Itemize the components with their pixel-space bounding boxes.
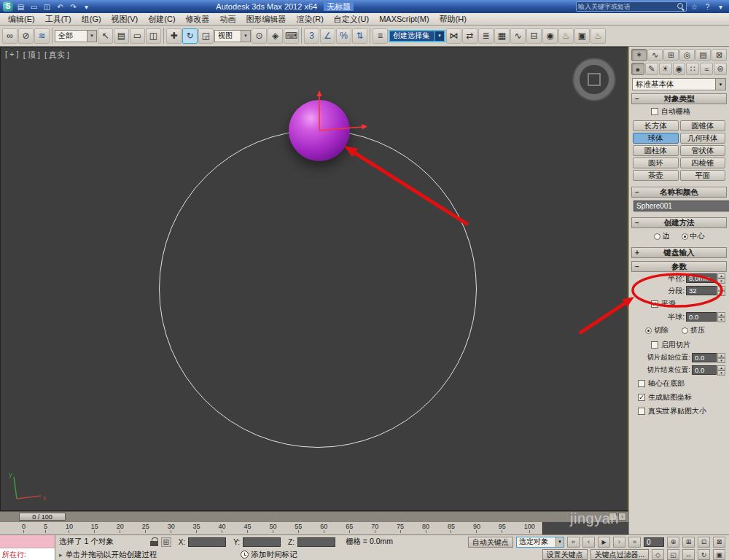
radius-field[interactable]: 8.0mm (686, 273, 717, 283)
chevron-down-icon[interactable]: ▼ (555, 537, 564, 547)
zoom-region-icon[interactable]: ◱ (667, 549, 679, 560)
menu-item[interactable]: 帮助(H) (434, 13, 472, 26)
slice-to-spinner[interactable]: ▴▾ (717, 365, 725, 375)
squash-radio[interactable] (682, 327, 688, 334)
tube-button[interactable]: 管状体 (680, 145, 726, 156)
category-spacewarps-icon[interactable]: ≈ (700, 63, 713, 75)
go-to-start-icon[interactable]: « (567, 537, 580, 548)
auto-key-button[interactable]: 自动关键点 (468, 537, 513, 548)
menu-item[interactable]: 编辑(E) (3, 13, 40, 26)
selected-filter-dropdown[interactable]: 选定对象 ▼ (516, 537, 564, 548)
time-tag-clock-icon[interactable] (241, 551, 249, 559)
segments-spinner[interactable]: ▴▾ (717, 286, 725, 295)
rollout-object-type[interactable]: − 对象类型 (631, 93, 727, 104)
pyramid-button[interactable]: 四棱锥 (680, 158, 726, 168)
zoom-all-icon[interactable]: ⊞ (682, 537, 695, 548)
base-pivot-checkbox[interactable] (638, 380, 645, 387)
rollout-parameters[interactable]: − 参数 (631, 261, 727, 272)
track-bar[interactable]: 0510152025303540455055606570758085909510… (0, 521, 628, 534)
key-mode-toggle-icon[interactable]: ◇ (652, 549, 664, 560)
category-systems-icon[interactable]: ⊚ (714, 63, 727, 75)
selection-lock-icon[interactable] (150, 537, 158, 546)
listener-line[interactable]: 所在行: (0, 548, 55, 560)
material-editor-icon[interactable]: ◉ (542, 28, 558, 44)
maximize-viewport-icon[interactable]: ▣ (713, 549, 725, 560)
tab-create[interactable]: ✶ (631, 49, 647, 61)
box-button[interactable]: 长方体 (633, 120, 679, 131)
viewport-shading-menu[interactable]: [ 真实 ] (44, 50, 69, 61)
radius-spinner[interactable]: ▴▾ (717, 273, 725, 283)
search-input[interactable] (578, 3, 677, 10)
edit-named-selection-sets-icon[interactable]: ≡ (373, 28, 388, 44)
current-frame-field[interactable]: 0 (644, 537, 664, 547)
next-frame-icon[interactable]: › (613, 537, 625, 548)
edge-option[interactable]: 边 (654, 231, 670, 241)
rendered-frame-window-icon[interactable]: ▣ (574, 28, 590, 44)
time-slider-handle[interactable]: 0 / 100 (19, 513, 66, 521)
plane-button[interactable]: 平面 (680, 170, 726, 181)
search-icon[interactable] (677, 3, 685, 10)
zoom-icon[interactable]: ⊕ (667, 537, 679, 548)
edge-radio[interactable] (654, 233, 660, 240)
set-key-button[interactable]: 设置关键点 (542, 549, 588, 560)
select-and-rotate-icon[interactable]: ↻ (182, 28, 198, 44)
schematic-view-icon[interactable]: ⊟ (526, 28, 542, 44)
favorites-star-icon[interactable]: ☆ (689, 1, 700, 12)
orbit-view-icon[interactable]: ↻ (698, 549, 710, 560)
tab-hierarchy[interactable]: ⊞ (663, 49, 679, 61)
hemisphere-spinner[interactable]: ▴▾ (717, 312, 725, 322)
viewcube[interactable] (574, 59, 615, 100)
app-logo-icon[interactable]: S (3, 1, 13, 12)
viewport-top[interactable]: [ + ] [ 顶 ] [ 真实 ] x (0, 47, 628, 511)
category-helpers-icon[interactable]: ∷ (686, 63, 699, 75)
rectangular-selection-region-icon[interactable]: ▭ (130, 28, 145, 44)
play-animation-icon[interactable]: ▶ (598, 537, 610, 548)
select-and-manipulate-icon[interactable]: ◈ (268, 28, 283, 44)
rollout-creation-method[interactable]: − 创建方法 (631, 217, 727, 228)
go-to-end-icon[interactable]: » (628, 537, 641, 548)
chop-option[interactable]: 切除 (645, 325, 668, 335)
select-and-link-icon[interactable]: ∞ (2, 28, 17, 44)
time-next-icon[interactable]: › (618, 513, 626, 521)
pan-view-icon[interactable]: ↔ (682, 549, 695, 560)
layer-manager-icon[interactable]: ≣ (478, 28, 494, 44)
absolute-mode-icon[interactable]: ⊞ (161, 537, 171, 547)
viewport-pov-menu[interactable]: [ 顶 ] (23, 50, 40, 61)
new-file-icon[interactable]: ▤ (15, 1, 26, 12)
chevron-down-icon[interactable]: ▼ (241, 31, 250, 42)
chevron-down-icon[interactable]: ▼ (87, 31, 96, 42)
open-file-icon[interactable]: ▭ (28, 1, 39, 12)
y-coordinate-field[interactable] (243, 537, 281, 547)
menu-item[interactable]: 自定义(U) (329, 13, 374, 26)
bind-to-space-warp-icon[interactable]: ≋ (34, 28, 50, 44)
category-shapes-icon[interactable]: ✎ (645, 63, 658, 75)
redo-icon[interactable]: ↷ (68, 1, 79, 12)
teapot-button[interactable]: 茶壶 (633, 170, 679, 181)
align-icon[interactable]: ⇄ (462, 28, 477, 44)
tab-display[interactable]: ▤ (695, 49, 711, 61)
menu-item[interactable]: 创建(C) (143, 13, 180, 26)
spinner-snap-icon[interactable]: ⇅ (352, 28, 367, 44)
undo-icon[interactable]: ↶ (55, 1, 66, 12)
menu-item[interactable]: 工具(T) (40, 13, 77, 26)
maxscript-mini-listener[interactable]: 所在行: (0, 535, 55, 560)
keyboard-shortcut-override-icon[interactable]: ⌨ (284, 28, 299, 44)
percent-snap-icon[interactable]: % (336, 28, 351, 44)
mirror-icon[interactable]: ⋈ (446, 28, 461, 44)
squash-option[interactable]: 挤压 (682, 325, 705, 335)
previous-frame-icon[interactable]: ‹ (582, 537, 595, 548)
primitive-category-dropdown[interactable]: 标准基本体 ▼ (632, 78, 726, 90)
autogrid-checkbox[interactable] (651, 108, 658, 115)
help-icon[interactable]: ? (702, 1, 713, 12)
chevron-down-icon[interactable]: ▼ (715, 79, 725, 90)
category-lights-icon[interactable]: ☀ (659, 63, 672, 75)
reference-coordinate-system-dropdown[interactable]: 视图 ▼ (214, 30, 251, 42)
cone-button[interactable]: 圆锥体 (680, 120, 726, 131)
add-time-tag[interactable]: 添加时间标记 (252, 550, 297, 560)
smooth-checkbox[interactable]: ✓ (651, 300, 658, 308)
menu-item[interactable]: 修改器 (181, 13, 215, 26)
chevron-down-icon[interactable]: ▼ (434, 31, 444, 41)
sphere-button[interactable]: 球体 (633, 133, 679, 144)
object-name-field[interactable] (634, 201, 729, 211)
slice-enable-checkbox[interactable] (651, 341, 658, 349)
